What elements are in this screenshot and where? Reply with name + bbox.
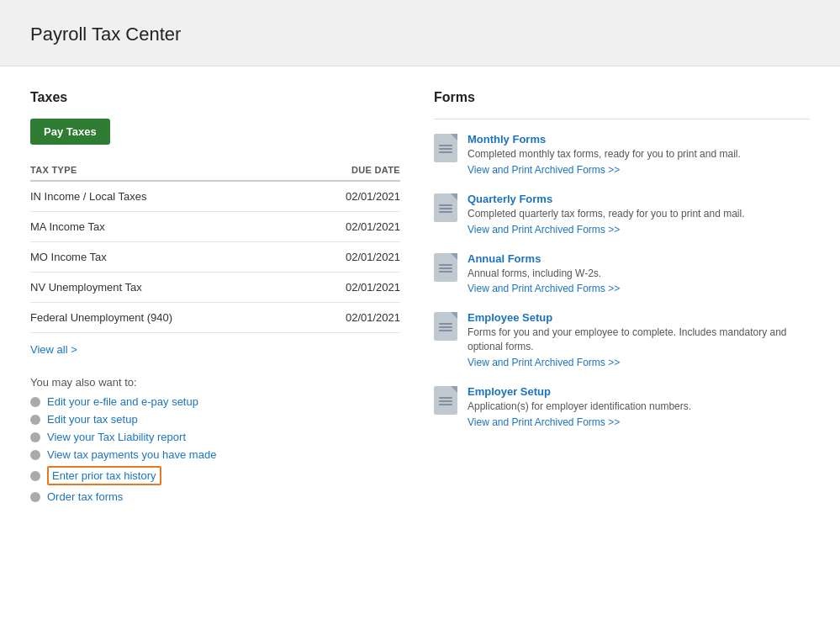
form-info: Employer Setup Application(s) for employ… (468, 385, 691, 428)
form-info: Annual Forms Annual forms, including W-2… (468, 252, 620, 295)
form-entry: Annual Forms Annual forms, including W-2… (434, 252, 810, 295)
view-all-link[interactable]: View all > (30, 343, 77, 356)
tax-type-cell: NV Unemployment Tax (30, 273, 298, 303)
pdf-icon-shape (434, 134, 457, 162)
table-row: MO Income Tax 02/01/2021 (30, 242, 400, 273)
form-pdf-icon (434, 135, 457, 161)
list-item: Edit your tax setup (30, 413, 400, 426)
tax-table-body: IN Income / Local Taxes 02/01/2021 MA In… (30, 181, 400, 333)
list-item: Order tax forms (30, 490, 400, 503)
bullet-icon (30, 471, 40, 481)
form-description: Application(s) for employer identificati… (468, 400, 691, 414)
archived-forms-link[interactable]: View and Print Archived Forms >> (468, 357, 810, 368)
form-name-link[interactable]: Employee Setup (468, 311, 552, 324)
list-item: View your Tax Liability report (30, 431, 400, 443)
tax-table: Tax Type Due Date IN Income / Local Taxe… (30, 160, 400, 333)
form-info: Monthly Forms Completed monthly tax form… (468, 133, 741, 176)
tax-type-cell: MA Income Tax (30, 212, 298, 242)
due-date-cell: 02/01/2021 (298, 212, 400, 242)
col-tax-type: Tax Type (30, 160, 298, 181)
list-item: View tax payments you have made (30, 448, 400, 461)
header-bar: Payroll Tax Center (0, 0, 840, 66)
archived-forms-link[interactable]: View and Print Archived Forms >> (468, 416, 691, 428)
pdf-icon-shape (434, 253, 457, 282)
list-item: Enter prior tax history (30, 466, 400, 485)
form-description: Completed quarterly tax forms, ready for… (468, 207, 744, 221)
form-description: Forms for you and your employee to compl… (468, 326, 810, 354)
form-description: Completed monthly tax forms, ready for y… (468, 147, 741, 161)
form-pdf-icon (434, 387, 457, 414)
also-want-link[interactable]: Enter prior tax history (47, 466, 161, 485)
also-want-link[interactable]: Edit your e-file and e-pay setup (47, 395, 198, 408)
archived-forms-link[interactable]: View and Print Archived Forms >> (468, 283, 620, 294)
form-info: Quarterly Forms Completed quarterly tax … (468, 193, 744, 236)
bullet-icon (30, 415, 40, 425)
also-want-link[interactable]: Edit your tax setup (47, 413, 138, 426)
forms-list: Monthly Forms Completed monthly tax form… (434, 133, 810, 428)
archived-forms-link[interactable]: View and Print Archived Forms >> (468, 224, 744, 236)
due-date-cell: 02/01/2021 (298, 303, 400, 333)
pdf-icon-shape (434, 193, 457, 222)
archived-forms-link[interactable]: View and Print Archived Forms >> (468, 164, 741, 176)
due-date-cell: 02/01/2021 (298, 242, 400, 273)
tax-type-cell: MO Income Tax (30, 242, 298, 273)
page-wrapper: Payroll Tax Center Taxes Pay Taxes Tax T… (0, 0, 840, 630)
right-panel: Forms Monthly Forms Completed monthly ta… (434, 90, 810, 508)
also-want-link[interactable]: View tax payments you have made (47, 448, 216, 461)
list-item: Edit your e-file and e-pay setup (30, 395, 400, 408)
form-pdf-icon (434, 254, 457, 281)
tax-type-cell: Federal Unemployment (940) (30, 303, 298, 333)
pdf-icon-shape (434, 312, 457, 341)
table-row: NV Unemployment Tax 02/01/2021 (30, 273, 400, 303)
form-name-link[interactable]: Monthly Forms (468, 133, 546, 146)
col-due-date: Due Date (298, 160, 400, 181)
table-row: IN Income / Local Taxes 02/01/2021 (30, 181, 400, 212)
content-area: Taxes Pay Taxes Tax Type Due Date IN Inc… (0, 66, 840, 532)
table-header-row: Tax Type Due Date (30, 160, 400, 181)
bullet-icon (30, 397, 40, 407)
left-panel: Taxes Pay Taxes Tax Type Due Date IN Inc… (30, 90, 400, 508)
form-name-link[interactable]: Employer Setup (468, 385, 551, 398)
form-pdf-icon (434, 194, 457, 221)
also-want-link[interactable]: Order tax forms (47, 490, 123, 503)
also-want-title: You may also want to: (30, 376, 400, 389)
pay-taxes-button[interactable]: Pay Taxes (30, 119, 110, 145)
form-name-link[interactable]: Annual Forms (468, 252, 541, 265)
form-entry: Quarterly Forms Completed quarterly tax … (434, 193, 810, 236)
forms-section-title: Forms (434, 90, 810, 105)
tax-type-cell: IN Income / Local Taxes (30, 181, 298, 212)
form-entry: Monthly Forms Completed monthly tax form… (434, 133, 810, 176)
table-row: Federal Unemployment (940) 02/01/2021 (30, 303, 400, 333)
taxes-section-title: Taxes (30, 90, 400, 105)
pdf-icon-shape (434, 386, 457, 415)
also-want-link[interactable]: View your Tax Liability report (47, 431, 186, 443)
forms-divider (434, 119, 810, 119)
form-entry: Employer Setup Application(s) for employ… (434, 385, 810, 428)
due-date-cell: 02/01/2021 (298, 181, 400, 212)
form-name-link[interactable]: Quarterly Forms (468, 193, 552, 205)
also-want-section: You may also want to: Edit your e-file a… (30, 376, 400, 503)
table-row: MA Income Tax 02/01/2021 (30, 212, 400, 242)
form-description: Annual forms, including W-2s. (468, 267, 620, 281)
page-title: Payroll Tax Center (30, 24, 810, 45)
bullet-icon (30, 432, 40, 442)
bullet-icon (30, 450, 40, 460)
form-info: Employee Setup Forms for you and your em… (468, 311, 810, 368)
bullet-icon (30, 492, 40, 502)
form-pdf-icon (434, 313, 457, 340)
form-entry: Employee Setup Forms for you and your em… (434, 311, 810, 368)
due-date-cell: 02/01/2021 (298, 273, 400, 303)
also-want-list: Edit your e-file and e-pay setupEdit you… (30, 395, 400, 503)
